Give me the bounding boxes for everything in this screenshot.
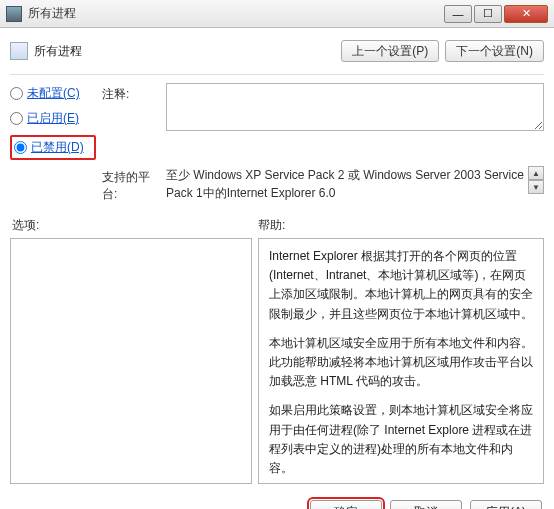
next-setting-button[interactable]: 下一个设置(N) xyxy=(445,40,544,62)
platform-spinner: ▲ ▼ xyxy=(528,166,544,194)
radio-disabled-input[interactable] xyxy=(14,141,27,154)
radio-group: 未配置(C) 已启用(E) 已禁用(D) xyxy=(10,83,96,160)
window-title: 所有进程 xyxy=(28,5,444,22)
header-row: 所有进程 上一个设置(P) 下一个设置(N) xyxy=(10,36,544,66)
radio-unconfigured-input[interactable] xyxy=(10,87,23,100)
mid-labels: 选项: 帮助: xyxy=(10,217,544,234)
highlight-disabled: 已禁用(D) xyxy=(10,135,96,160)
radio-enabled[interactable]: 已启用(E) xyxy=(10,110,96,127)
radio-enabled-label: 已启用(E) xyxy=(27,110,79,127)
footer: 确定 取消 应用(A) xyxy=(0,490,554,509)
separator xyxy=(10,74,544,75)
radio-unconfigured[interactable]: 未配置(C) xyxy=(10,85,96,102)
radio-disabled-label: 已禁用(D) xyxy=(31,139,84,156)
app-icon xyxy=(6,6,22,22)
close-button[interactable]: ✕ xyxy=(504,5,548,23)
help-panel[interactable]: Internet Explorer 根据其打开的各个网页的位置(Internet… xyxy=(258,238,544,484)
help-paragraph-3: 如果启用此策略设置，则本地计算机区域安全将应用于由任何进程(除了 Interne… xyxy=(269,401,533,478)
spinner-up-button[interactable]: ▲ xyxy=(528,166,544,180)
notes-label: 注释: xyxy=(102,83,160,103)
title-bar: 所有进程 — ☐ ✕ xyxy=(0,0,554,28)
dialog-content: 所有进程 上一个设置(P) 下一个设置(N) 未配置(C) 已启用(E) 已禁用… xyxy=(0,28,554,490)
help-paragraph-1: Internet Explorer 根据其打开的各个网页的位置(Internet… xyxy=(269,247,533,324)
maximize-button[interactable]: ☐ xyxy=(474,5,502,23)
help-paragraph-2: 本地计算机区域安全应用于所有本地文件和内容。此功能帮助减轻将本地计算机区域用作攻… xyxy=(269,334,533,392)
radio-disabled[interactable]: 已禁用(D) xyxy=(14,139,92,156)
ok-button[interactable]: 确定 xyxy=(310,500,382,509)
minimize-button[interactable]: — xyxy=(444,5,472,23)
options-label: 选项: xyxy=(10,217,258,234)
platform-label: 支持的平台: xyxy=(102,166,160,203)
radio-unconfigured-label: 未配置(C) xyxy=(27,85,80,102)
help-label: 帮助: xyxy=(258,217,285,234)
policy-title: 所有进程 xyxy=(34,43,335,60)
platform-text: 至少 Windows XP Service Pack 2 或 Windows S… xyxy=(166,166,544,202)
apply-button[interactable]: 应用(A) xyxy=(470,500,542,509)
previous-setting-button[interactable]: 上一个设置(P) xyxy=(341,40,439,62)
radio-enabled-input[interactable] xyxy=(10,112,23,125)
cancel-button[interactable]: 取消 xyxy=(390,500,462,509)
spinner-down-button[interactable]: ▼ xyxy=(528,180,544,194)
body-grid: 未配置(C) 已启用(E) 已禁用(D) 注释: 支持的平台: 至少 Windo… xyxy=(10,83,544,203)
window-controls: — ☐ ✕ xyxy=(444,5,548,23)
panels: Internet Explorer 根据其打开的各个网页的位置(Internet… xyxy=(10,238,544,484)
platform-wrap: 至少 Windows XP Service Pack 2 或 Windows S… xyxy=(166,166,544,202)
options-panel[interactable] xyxy=(10,238,252,484)
policy-icon xyxy=(10,42,28,60)
notes-textarea[interactable] xyxy=(166,83,544,131)
